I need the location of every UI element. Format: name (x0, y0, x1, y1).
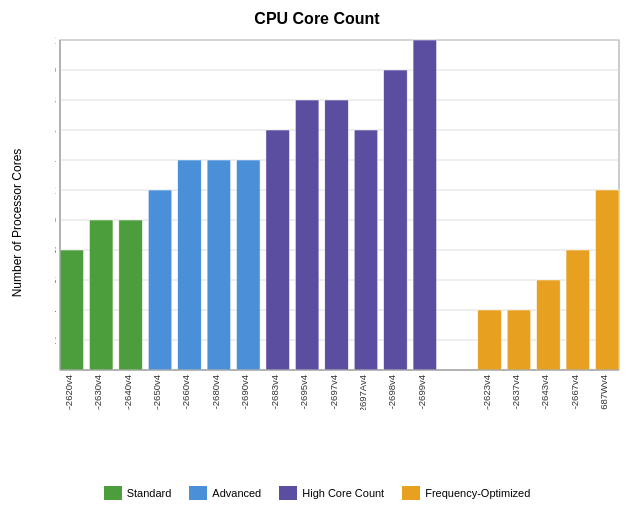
svg-rect-34 (207, 160, 231, 370)
svg-text:16: 16 (55, 124, 56, 136)
legend-item: High Core Count (279, 486, 384, 500)
svg-rect-58 (595, 190, 619, 370)
svg-text:E5-2697Av4: E5-2697Av4 (357, 375, 368, 410)
svg-text:8: 8 (55, 244, 56, 256)
svg-text:E5-2620v4: E5-2620v4 (63, 375, 74, 410)
svg-text:E5-2667v4: E5-2667v4 (569, 375, 580, 410)
svg-text:12: 12 (55, 184, 56, 196)
legend-color-box (104, 486, 122, 500)
legend-label: High Core Count (302, 487, 384, 499)
legend-color-box (402, 486, 420, 500)
legend-label: Advanced (212, 487, 261, 499)
svg-text:4: 4 (55, 304, 56, 316)
svg-text:E5-2623v4: E5-2623v4 (481, 375, 492, 410)
svg-rect-24 (60, 250, 84, 370)
legend-item: Standard (104, 486, 172, 500)
svg-rect-38 (266, 130, 290, 370)
svg-text:22: 22 (55, 35, 56, 46)
svg-text:10: 10 (55, 214, 56, 226)
legend-color-box (189, 486, 207, 500)
svg-rect-56 (566, 250, 590, 370)
svg-rect-44 (354, 130, 378, 370)
svg-text:2: 2 (55, 334, 56, 346)
svg-text:14: 14 (55, 154, 56, 166)
y-axis-label: Number of Processor Cores (10, 148, 24, 297)
svg-rect-32 (178, 160, 202, 370)
svg-text:E5-2690v4: E5-2690v4 (239, 375, 250, 410)
legend-label: Standard (127, 487, 172, 499)
svg-text:18: 18 (55, 94, 56, 106)
svg-rect-26 (89, 220, 113, 370)
svg-rect-46 (384, 70, 408, 370)
svg-text:E5-2680v4: E5-2680v4 (210, 375, 221, 410)
svg-text:E5-2697v4: E5-2697v4 (328, 375, 339, 410)
svg-text:6: 6 (55, 274, 56, 286)
svg-text:E5-2630v4: E5-2630v4 (92, 375, 103, 410)
svg-text:E5-2695v4: E5-2695v4 (298, 375, 309, 410)
svg-rect-30 (148, 190, 172, 370)
chart-container: CPU Core Count Number of Processor Cores… (0, 0, 634, 510)
legend-item: Frequency-Optimized (402, 486, 530, 500)
svg-text:E5-2660v4: E5-2660v4 (180, 375, 191, 410)
svg-text:E5-2643v4: E5-2643v4 (539, 375, 550, 410)
svg-text:20: 20 (55, 64, 56, 76)
chart-svg: 246810121416182022E5-2620v4E5-2630v4E5-2… (55, 35, 624, 410)
svg-text:E5-2650v4: E5-2650v4 (151, 375, 162, 410)
legend-color-box (279, 486, 297, 500)
svg-rect-54 (537, 280, 561, 370)
svg-rect-52 (507, 310, 531, 370)
svg-text:E5-2699v4: E5-2699v4 (416, 375, 427, 410)
legend: StandardAdvancedHigh Core CountFrequency… (0, 486, 634, 500)
svg-rect-50 (478, 310, 502, 370)
svg-text:E5-2640v4: E5-2640v4 (122, 375, 133, 410)
svg-rect-48 (413, 40, 437, 370)
svg-rect-42 (325, 100, 349, 370)
svg-rect-36 (237, 160, 261, 370)
svg-rect-28 (119, 220, 143, 370)
svg-text:E5-2683v4: E5-2683v4 (269, 375, 280, 410)
svg-text:E5-2698v4: E5-2698v4 (386, 375, 397, 410)
chart-title: CPU Core Count (0, 0, 634, 33)
svg-text:E5-2687Wv4: E5-2687Wv4 (598, 375, 609, 410)
svg-text:E5-2637v4: E5-2637v4 (510, 375, 521, 410)
legend-item: Advanced (189, 486, 261, 500)
svg-rect-40 (295, 100, 319, 370)
legend-label: Frequency-Optimized (425, 487, 530, 499)
